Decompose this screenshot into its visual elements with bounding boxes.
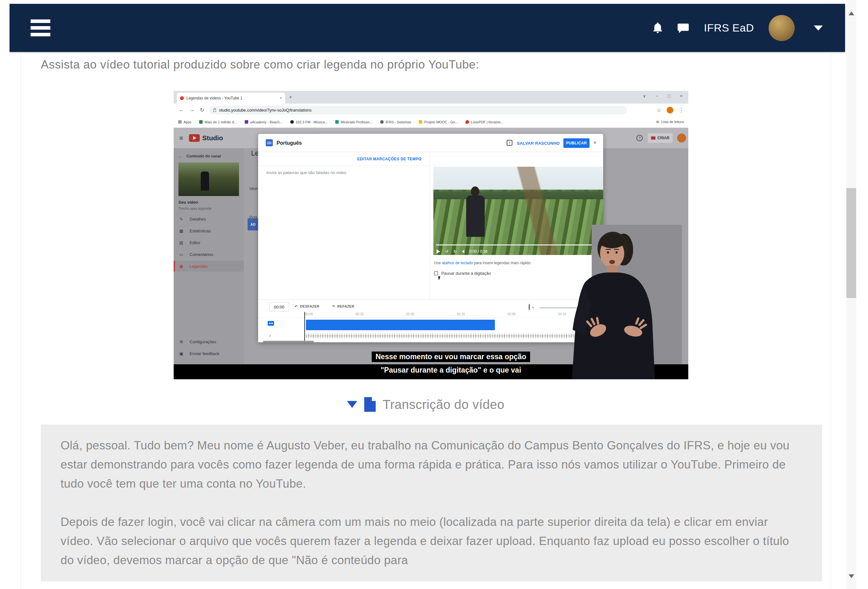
bookmark-item[interactable]: 102.3 FM - Música... (290, 120, 328, 124)
edit-timings-link[interactable]: EDITAR MARCAÇÕES DE TEMPO (357, 157, 422, 161)
edit-timings-more-icon[interactable]: ⋮ (418, 156, 422, 161)
video-caption-line: Nesse momento eu vou marcar essa opção (372, 351, 530, 362)
play-icon[interactable] (437, 249, 440, 254)
subtitles-language-icon (266, 139, 273, 146)
add-caption-button-fragment[interactable]: AD (248, 218, 258, 230)
create-button[interactable]: CRIAR (648, 133, 673, 143)
caption-track-segment[interactable] (306, 320, 495, 330)
redo-button[interactable]: ↷REFAZER (332, 304, 354, 309)
hamburger-menu-icon[interactable] (31, 16, 50, 40)
studio-avatar[interactable] (677, 134, 686, 142)
sidebar-item-enviar-feedback[interactable]: ▣Enviar feedback (174, 348, 244, 359)
bookmark-star-icon[interactable]: ☆ (657, 107, 661, 114)
browser-more-icon[interactable]: ⋮ (678, 107, 684, 114)
bookmark-item[interactable]: Apps (178, 120, 192, 124)
modal-language-label: Português (277, 140, 302, 146)
reading-list-button[interactable]: ⊞Lista de leitura (656, 120, 684, 124)
tutorial-video-player[interactable]: Legendas de vídeos - YouTube 1 × + ∨ − □… (174, 91, 688, 379)
help-icon[interactable]: ? (636, 135, 643, 141)
sidebar-video-subtitle: Trecho para legendar (179, 207, 212, 210)
sidebar-item-comentarios[interactable]: ▭Comentários (174, 249, 244, 260)
scrollbar-thumb[interactable] (846, 188, 856, 298)
user-avatar[interactable] (769, 15, 795, 41)
volume-icon[interactable] (462, 250, 464, 253)
ruler-tick: 01:00 (406, 312, 414, 316)
preview-timestamp: 0:00 / 0:16 (469, 249, 487, 254)
browser-address-bar: ← → ↻ studio.youtube.com/video/7ynv-soJo… (174, 103, 688, 116)
keyboard-shortcut-note: Use atalhos de teclado para inserir lege… (434, 261, 531, 265)
reading-list-icon: ⊞ (656, 120, 659, 124)
notifications-bell-icon[interactable] (651, 21, 664, 35)
captions-icon: ▣ (179, 264, 184, 269)
https-lock-icon (213, 109, 216, 112)
tab-title: Legendas de vídeos - YouTube 1 (186, 96, 242, 100)
feedback-icon: ▣ (179, 351, 184, 356)
bookmark-item[interactable]: IFRS - Sistemas (380, 120, 411, 124)
back-to-channel-content[interactable]: ← Conteúdo do canal (178, 154, 221, 158)
bookmark-item[interactable]: Mestrado Profissio... (335, 120, 372, 124)
sidebar-item-configuracoes[interactable]: ⚙Configurações (174, 336, 244, 347)
browser-profile-avatar[interactable] (667, 107, 673, 114)
bookmark-icon (178, 120, 182, 124)
browser-forward-icon[interactable]: → (189, 107, 195, 113)
sidebar-item-editor[interactable]: ▤Editor (174, 237, 244, 248)
captions-text-input[interactable]: Insira as palavras que são faladas no ví… (266, 170, 346, 175)
bookmark-item[interactable]: Mais de 1 milhão d... (199, 120, 237, 124)
user-display-name[interactable]: IFRS EaD (704, 22, 754, 34)
checkbox[interactable] (434, 271, 438, 275)
pause-while-typing-option[interactable]: Pausar durante a digitação (434, 271, 491, 276)
transcription-toggle-row: Transcrição do vídeo (21, 397, 831, 412)
keyboard-shortcuts-link[interactable]: atalhos de teclado (442, 261, 473, 265)
new-tab-icon[interactable]: + (289, 94, 292, 100)
ruler-tick: 00:15 (356, 312, 363, 316)
publish-button[interactable]: PUBLICAR (563, 138, 589, 148)
user-menu-caret-icon[interactable] (814, 25, 823, 31)
studio-menu-icon[interactable]: ≡ (179, 134, 183, 142)
sidebar-item-legendas[interactable]: ▣Legendas (174, 261, 244, 272)
timeline-horizontal-scrollbar[interactable] (263, 341, 314, 342)
window-minimize-icon[interactable]: − (655, 93, 658, 99)
ruler-tick: 02:00 (508, 312, 515, 316)
divider (258, 166, 430, 166)
rewind-icon[interactable]: ↺ (445, 249, 448, 254)
bookmark-icon (380, 120, 384, 124)
page-title-fragment: Le (251, 149, 259, 158)
window-maximize-icon[interactable]: □ (667, 93, 670, 99)
modal-close-icon[interactable]: × (593, 140, 596, 146)
transcription-title[interactable]: Transcrição do vídeo (383, 397, 505, 412)
timeline-playhead[interactable] (304, 312, 305, 342)
scrollbar-down-arrow-icon[interactable] (849, 574, 854, 578)
video-thumbnail (179, 162, 239, 196)
audio-track-icon: ♪ (269, 333, 271, 338)
messages-chat-icon[interactable] (676, 21, 690, 35)
browser-tab[interactable]: Legendas de vídeos - YouTube 1 × (177, 93, 285, 103)
mouse-cursor-icon (438, 276, 441, 280)
collapse-triangle-icon[interactable] (347, 401, 357, 408)
comments-icon: ▭ (179, 252, 184, 257)
bookmark-icon (199, 120, 203, 124)
window-chevron-icon[interactable]: ∨ (643, 93, 646, 99)
current-time-box[interactable]: 00:00 (269, 303, 289, 311)
send-feedback-icon[interactable]: ! (507, 140, 512, 146)
window-close-icon[interactable]: × (680, 93, 682, 99)
transcript-paragraph: Olá, pessoal. Tudo bem? Meu nome é Augus… (61, 436, 802, 493)
bookmark-item[interactable]: uAcademy - Beach... (245, 120, 283, 124)
browser-reload-icon[interactable]: ↻ (200, 107, 204, 114)
tab-close-icon[interactable]: × (280, 96, 282, 100)
sidebar-item-estatisticas[interactable]: ▦Estatísticas (174, 225, 244, 236)
undo-button[interactable]: ↶DESFAZER (295, 304, 320, 309)
transcript-paragraph: Depois de fazer login, você vai clicar n… (61, 512, 802, 570)
timeline-zoom-icon[interactable] (528, 304, 530, 310)
url-omnibox[interactable]: studio.youtube.com/video/7ynv-soJoQ/tran… (210, 106, 627, 114)
bookmark-icon (419, 120, 422, 124)
forward-icon[interactable]: ↻ (453, 249, 457, 254)
bookmark-item[interactable]: Projeto MOOC - Go... (419, 120, 458, 124)
browser-back-icon[interactable]: ← (179, 107, 184, 113)
pencil-icon: ✎ (179, 217, 184, 221)
bookmark-item[interactable]: LovePDF | ferrame... (465, 120, 503, 124)
scrollbar-up-arrow-icon[interactable] (849, 12, 854, 15)
save-draft-button[interactable]: SALVAR RASCUNHO (517, 141, 560, 146)
sidebar-item-detalhes[interactable]: ✎Detalhes (174, 214, 244, 224)
document-icon (364, 397, 376, 412)
browser-tab-strip: Legendas de vídeos - YouTube 1 × + ∨ − □… (174, 91, 688, 103)
